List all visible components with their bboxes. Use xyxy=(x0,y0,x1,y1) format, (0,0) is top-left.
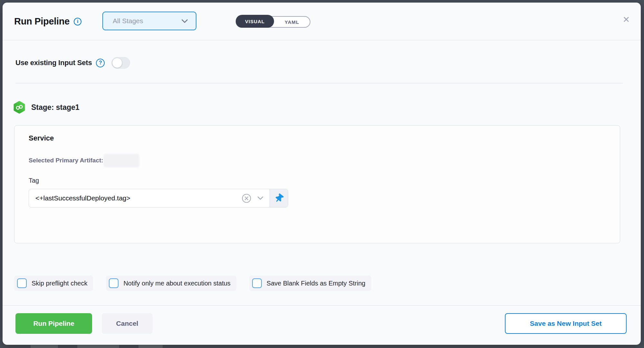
chevron-down-icon[interactable] xyxy=(254,196,266,200)
selected-primary-artifact-label: Selected Primary Artifact: xyxy=(29,157,103,164)
divider xyxy=(15,83,623,83)
background-page-remnant xyxy=(77,345,119,348)
cancel-button[interactable]: Cancel xyxy=(102,313,153,334)
stage-selector-dropdown[interactable]: All Stages xyxy=(102,12,196,30)
redacted-artifact-value xyxy=(105,155,138,166)
view-mode-toggle: VISUAL YAML xyxy=(236,16,310,28)
page-title: Run Pipeline xyxy=(14,16,70,27)
run-pipeline-button[interactable]: Run Pipeline xyxy=(15,313,92,334)
tag-label: Tag xyxy=(29,176,606,185)
stage-hexagon-icon xyxy=(13,101,26,114)
option-notify-only-me[interactable]: Notify only me about execution status xyxy=(106,276,236,291)
background-page-remnant xyxy=(31,345,58,348)
option-label: Notify only me about execution status xyxy=(123,280,230,287)
title-wrap: Run Pipeline i xyxy=(14,3,81,40)
selected-artifact-row: Selected Primary Artifact: xyxy=(29,155,606,166)
use-existing-input-sets-toggle[interactable] xyxy=(111,57,130,69)
modal-header: Run Pipeline i All Stages VISUAL YAML ✕ xyxy=(3,3,641,40)
run-options-row: Skip preflight check Notify only me abou… xyxy=(14,276,641,291)
tag-input-group xyxy=(29,189,288,208)
use-existing-input-sets-row: Use existing Input Sets ? xyxy=(15,56,629,69)
tag-input[interactable] xyxy=(29,189,239,207)
clear-icon[interactable] xyxy=(239,193,254,203)
tab-yaml[interactable]: YAML xyxy=(274,19,310,25)
pin-button[interactable] xyxy=(270,189,288,207)
checkbox-save-blank-fields[interactable] xyxy=(252,278,262,288)
option-label: Save Blank Fields as Empty String xyxy=(267,280,365,287)
checkbox-notify-only-me[interactable] xyxy=(109,278,118,288)
option-label: Skip preflight check xyxy=(32,280,87,287)
option-save-blank-fields[interactable]: Save Blank Fields as Empty String xyxy=(249,276,371,291)
checkbox-skip-preflight[interactable] xyxy=(17,278,27,288)
close-icon[interactable]: ✕ xyxy=(622,15,630,24)
service-card: Service Selected Primary Artifact: Tag xyxy=(14,125,620,243)
option-skip-preflight-check[interactable]: Skip preflight check xyxy=(14,276,93,291)
save-as-new-input-set-button[interactable]: Save as New Input Set xyxy=(505,313,627,334)
use-existing-input-sets-label: Use existing Input Sets xyxy=(15,59,92,67)
help-icon[interactable]: ? xyxy=(96,59,105,67)
stage-selector-value: All Stages xyxy=(113,17,143,25)
tab-visual[interactable]: VISUAL xyxy=(236,15,274,28)
run-pipeline-modal: Run Pipeline i All Stages VISUAL YAML ✕ … xyxy=(3,3,641,345)
stage-title: Stage: stage1 xyxy=(31,103,80,112)
modal-footer: Run Pipeline Cancel Save as New Input Se… xyxy=(3,305,641,344)
chevron-down-icon xyxy=(181,19,188,23)
pushpin-icon xyxy=(273,192,285,204)
toggle-knob xyxy=(112,58,122,68)
background-page-remnant xyxy=(138,345,163,348)
service-card-title: Service xyxy=(29,133,606,143)
stage-row: Stage: stage1 xyxy=(13,101,641,114)
info-icon[interactable]: i xyxy=(74,18,81,25)
